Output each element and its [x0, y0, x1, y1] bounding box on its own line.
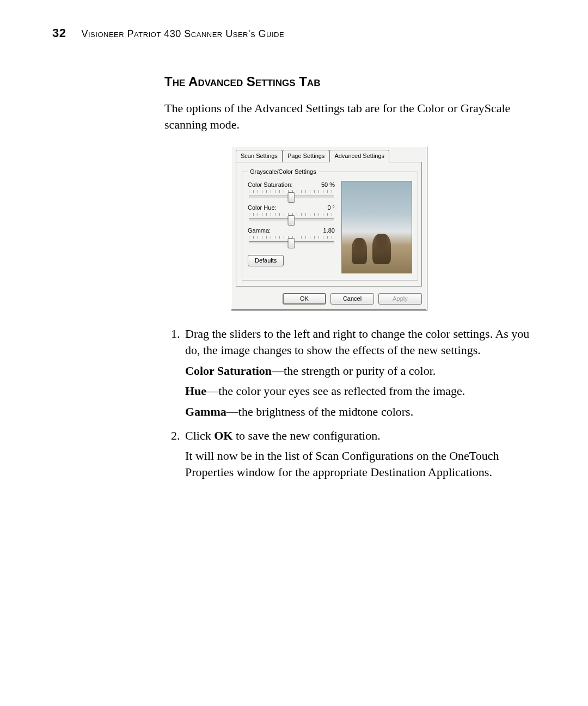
step-2: Click OK to save the new configuration. …	[183, 428, 535, 480]
hue-definition: Hue—the color your eyes see as reflected…	[185, 383, 535, 399]
advanced-tab-pane: Grayscale/Color Settings Color Saturatio…	[236, 162, 422, 287]
hue-slider: Color Hue: 0 °	[248, 204, 335, 221]
saturation-slider: Color Saturation: 50 %	[248, 181, 335, 198]
dialog-figure: Scan Settings Page Settings Advanced Set…	[231, 146, 427, 311]
saturation-thumb[interactable]	[288, 192, 295, 203]
preview-image	[341, 181, 412, 273]
gamma-label: Gamma:	[248, 227, 271, 235]
hue-thumb[interactable]	[288, 215, 295, 226]
step-1: Drag the sliders to the left and right t…	[183, 326, 535, 419]
saturation-value: 50 %	[321, 181, 335, 189]
step-2-ok: OK	[214, 429, 232, 442]
tab-page-settings[interactable]: Page Settings	[283, 150, 330, 162]
hue-label: Color Hue:	[248, 204, 277, 212]
hue-value: 0 °	[327, 204, 335, 212]
hue-track[interactable]	[249, 218, 334, 221]
deer-icon	[352, 238, 367, 264]
settings-dialog: Scan Settings Page Settings Advanced Set…	[231, 146, 427, 311]
running-title: Visioneer Patriot 430 Scanner User's Gui…	[81, 28, 284, 40]
gamma-track[interactable]	[249, 241, 334, 244]
gamma-thumb[interactable]	[288, 238, 295, 248]
step-2-post: to save the new configuration.	[232, 429, 380, 442]
lead-paragraph: The options of the Advanced Settings tab…	[164, 100, 535, 132]
sliders-column: Color Saturation: 50 %	[248, 181, 335, 273]
gamma-term: Gamma	[185, 405, 226, 418]
saturation-term: Color Saturation	[185, 364, 272, 378]
deer-icon	[372, 234, 391, 264]
gamma-desc: —the brightness of the midtone colors.	[226, 405, 413, 418]
tab-scan-settings[interactable]: Scan Settings	[236, 150, 283, 162]
pane-row: Color Saturation: 50 %	[248, 181, 412, 273]
saturation-definition: Color Saturation—the strength or purity …	[185, 363, 535, 379]
step-list: Drag the sliders to the left and right t…	[164, 326, 535, 480]
saturation-track[interactable]	[249, 196, 334, 198]
saturation-label: Color Saturation:	[248, 181, 293, 189]
running-header: 32 Visioneer Patriot 430 Scanner User's …	[52, 26, 536, 40]
defaults-button[interactable]: Defaults	[248, 255, 284, 266]
gamma-definition: Gamma—the brightness of the midtone colo…	[185, 404, 535, 420]
gamma-value: 1.80	[323, 227, 335, 235]
saturation-desc: —the strength or purity of a color.	[272, 364, 436, 378]
hue-term: Hue	[185, 384, 206, 398]
hue-desc: —the color your eyes see as reflected fr…	[206, 384, 465, 398]
section-heading: The Advanced Settings Tab	[164, 73, 535, 90]
tab-strip: Scan Settings Page Settings Advanced Set…	[236, 150, 422, 162]
cancel-button[interactable]: Cancel	[330, 293, 374, 305]
step-1-text: Drag the sliders to the left and right t…	[185, 327, 529, 357]
manual-page: 32 Visioneer Patriot 430 Scanner User's …	[0, 0, 588, 706]
grayscale-color-group: Grayscale/Color Settings Color Saturatio…	[242, 168, 418, 281]
dialog-button-row: OK Cancel Apply	[236, 293, 422, 305]
step-2-pre: Click	[185, 429, 214, 442]
body-column: The Advanced Settings Tab The options of…	[164, 73, 535, 480]
ok-button[interactable]: OK	[283, 293, 326, 305]
group-legend: Grayscale/Color Settings	[248, 168, 318, 176]
apply-button[interactable]: Apply	[378, 293, 422, 305]
step-2-followup: It will now be in the list of Scan Confi…	[185, 448, 535, 480]
tab-advanced-settings[interactable]: Advanced Settings	[329, 150, 389, 162]
gamma-slider: Gamma: 1.80	[248, 227, 335, 244]
page-number: 32	[52, 26, 66, 40]
